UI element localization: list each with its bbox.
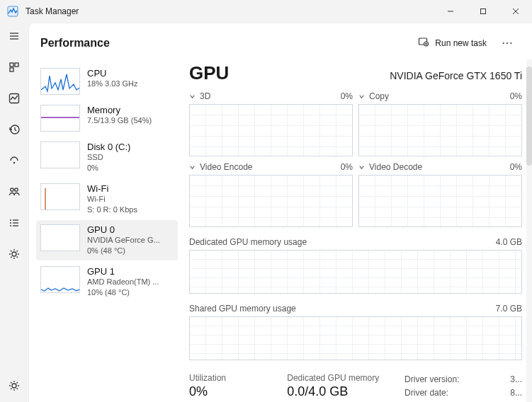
mini-value: 0% (510, 91, 522, 101)
sidebar-item-title: Memory (87, 105, 152, 115)
services-icon[interactable] (6, 246, 22, 262)
sidebar-item-title: Disk 0 (C:) (87, 142, 130, 152)
svg-point-15 (15, 188, 18, 191)
sidebar-item-sub2: S: 0 R: 0 Kbps (87, 205, 137, 215)
page-header: Performance Run new task ⋯ (29, 23, 532, 59)
shared-mem-label: Shared GPU memory usage (189, 304, 296, 314)
chart-dedicated-mem[interactable] (189, 250, 522, 294)
history-icon[interactable] (6, 122, 22, 137)
nav-rail (0, 23, 28, 402)
app-title: Task Manager (26, 6, 79, 16)
gpu1-thumb (40, 266, 80, 293)
shared-mem-max: 7.0 GB (496, 304, 522, 314)
sidebar-item-sub: 7.5/13.9 GB (54%) (87, 115, 152, 126)
mini-label: Video Decode (369, 162, 422, 172)
performance-sidebar: CPU 18% 3.03 GHz Memory 7.5/13.9 GB (54%… (29, 59, 178, 402)
run-new-task-button[interactable]: Run new task (414, 33, 491, 52)
mini-chart-copy: Copy 0% (358, 88, 522, 156)
sidebar-item-disk[interactable]: Disk 0 (C:) SSD 0% (36, 137, 178, 178)
sidebar-item-title: GPU 0 (87, 224, 160, 235)
disk-thumb (40, 142, 80, 168)
sidebar-item-title: CPU (87, 68, 138, 79)
sidebar-item-wifi[interactable]: Wi-Fi Wi-Fi S: 0 R: 0 Kbps (36, 179, 178, 219)
mini-label: Copy (369, 91, 389, 101)
wifi-thumb (40, 183, 80, 210)
main-panel: GPU NVIDIA GeForce GTX 1650 Ti 3D 0% Cop… (178, 59, 526, 402)
app-icon (7, 6, 18, 17)
chart-video-encode[interactable] (189, 175, 353, 227)
sidebar-item-sub: 18% 3.03 GHz (87, 79, 138, 89)
gpu0-thumb (40, 224, 80, 251)
sidebar-item-memory[interactable]: Memory 7.5/13.9 GB (54%) (36, 100, 178, 136)
mini-label: 3D (200, 91, 210, 101)
driver-version-label: Driver version: (404, 373, 459, 386)
run-task-icon (418, 36, 429, 50)
sidebar-item-sub: AMD Radeon(TM) ... (87, 277, 159, 287)
settings-icon[interactable] (6, 378, 22, 394)
sidebar-item-sub2: 0% (87, 163, 130, 173)
memory-thumb (40, 105, 80, 132)
mini-label: Video Encode (200, 162, 253, 172)
svg-rect-10 (10, 68, 13, 71)
content-card: Performance Run new task ⋯ CPU 18% 3.03 … (28, 23, 532, 402)
driver-date-label: Driver date: (404, 386, 448, 400)
sidebar-item-cpu[interactable]: CPU 18% 3.03 GHz (36, 64, 178, 99)
util-label: Utilization (189, 373, 287, 383)
mem-label: Dedicated GPU memory (287, 373, 404, 383)
sidebar-item-gpu0[interactable]: GPU 0 NVIDIA GeForce G... 0% (48 °C) (36, 220, 178, 260)
mini-value: 0% (510, 162, 522, 172)
maximize-button[interactable] (467, 0, 499, 23)
mini-value: 0% (341, 91, 353, 101)
sidebar-item-sub2: 10% (48 °C) (87, 287, 159, 298)
sidebar-item-sub: SSD (87, 152, 130, 163)
chevron-down-icon[interactable] (358, 164, 365, 171)
page-title: Performance (40, 37, 110, 50)
gpu-device-name: NVIDIA GeForce GTX 1650 Ti (390, 70, 522, 81)
gpu-title: GPU (189, 62, 229, 84)
chevron-down-icon[interactable] (189, 93, 196, 100)
scrollbar-thumb[interactable] (526, 67, 532, 166)
svg-point-14 (11, 188, 13, 191)
sidebar-item-title: Wi-Fi (87, 183, 137, 194)
sidebar-item-sub2: 0% (48 °C) (87, 246, 160, 256)
svg-point-22 (12, 252, 16, 256)
sidebar-item-title: GPU 1 (87, 266, 159, 277)
svg-point-23 (12, 384, 16, 388)
svg-rect-8 (10, 63, 13, 67)
util-value: 0% (189, 384, 287, 399)
mini-chart-video-decode: Video Decode 0% (358, 159, 522, 227)
mini-chart-3d: 3D 0% (189, 88, 353, 156)
close-button[interactable] (499, 0, 532, 23)
chevron-down-icon[interactable] (358, 93, 365, 100)
users-icon[interactable] (6, 184, 22, 200)
chart-shared-mem[interactable] (189, 316, 522, 360)
svg-rect-9 (15, 63, 18, 67)
svg-rect-2 (481, 9, 486, 14)
chart-video-decode[interactable] (358, 175, 522, 227)
mini-chart-video-encode: Video Encode 0% (189, 159, 353, 227)
scrollbar[interactable] (526, 59, 532, 402)
hamburger-icon[interactable] (6, 28, 22, 44)
dedicated-mem-max: 4.0 GB (496, 237, 522, 247)
mini-value: 0% (341, 162, 353, 172)
window-controls (434, 0, 532, 23)
svg-point-13 (13, 162, 15, 163)
mem-value: 0.0/4.0 GB (287, 384, 404, 399)
sidebar-item-gpu1[interactable]: GPU 1 AMD Radeon(TM) ... 10% (48 °C) (36, 262, 178, 302)
processes-icon[interactable] (6, 59, 22, 75)
sidebar-item-sub: Wi-Fi (87, 194, 137, 205)
chart-copy[interactable] (358, 104, 522, 156)
chevron-down-icon[interactable] (189, 164, 196, 171)
run-new-task-label: Run new task (435, 38, 487, 48)
performance-icon[interactable] (6, 91, 22, 106)
dedicated-mem-label: Dedicated GPU memory usage (189, 237, 307, 247)
startup-icon[interactable] (6, 153, 22, 168)
details-icon[interactable] (6, 215, 22, 231)
more-button[interactable]: ⋯ (497, 36, 518, 50)
cpu-thumb (40, 68, 80, 95)
driver-date-value: 8... (510, 386, 522, 400)
minimize-button[interactable] (434, 0, 467, 23)
chart-3d[interactable] (189, 104, 353, 156)
title-bar: Task Manager (0, 0, 532, 23)
sidebar-item-sub: NVIDIA GeForce G... (87, 235, 160, 246)
